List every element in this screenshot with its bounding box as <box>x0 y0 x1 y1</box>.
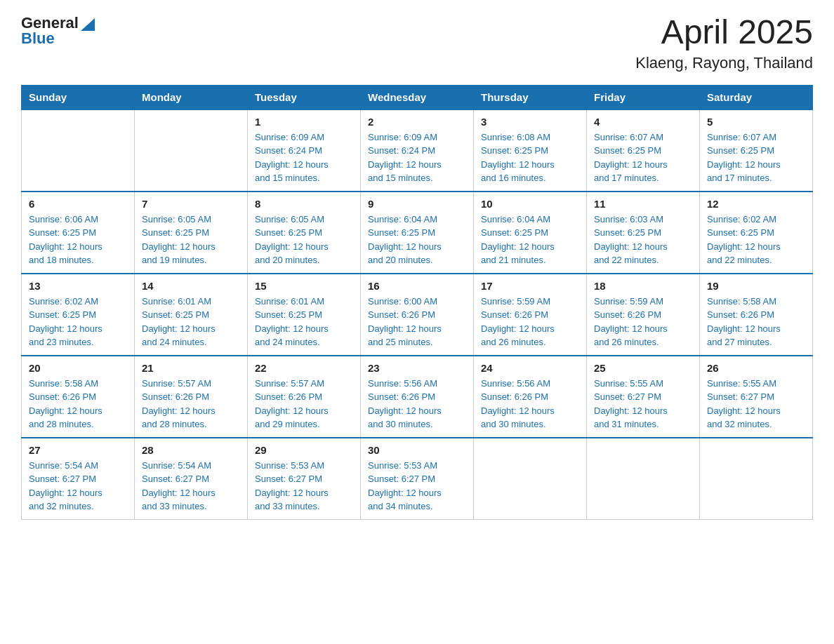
calendar-cell: 22Sunrise: 5:57 AMSunset: 6:26 PMDayligh… <box>248 356 361 438</box>
day-number: 14 <box>142 280 240 292</box>
calendar-cell: 8Sunrise: 6:05 AMSunset: 6:25 PMDaylight… <box>248 192 361 274</box>
day-number: 9 <box>368 198 466 210</box>
svg-marker-0 <box>81 18 95 31</box>
day-number: 17 <box>481 280 579 292</box>
day-info: Sunrise: 6:05 AMSunset: 6:25 PMDaylight:… <box>142 213 240 267</box>
day-info: Sunrise: 5:59 AMSunset: 6:26 PMDaylight:… <box>594 295 692 349</box>
day-info: Sunrise: 5:58 AMSunset: 6:26 PMDaylight:… <box>707 295 805 349</box>
day-info: Sunrise: 5:56 AMSunset: 6:26 PMDaylight:… <box>481 377 579 431</box>
day-info: Sunrise: 6:07 AMSunset: 6:25 PMDaylight:… <box>707 130 805 185</box>
day-info: Sunrise: 5:54 AMSunset: 6:27 PMDaylight:… <box>29 459 127 514</box>
calendar-week-row: 20Sunrise: 5:58 AMSunset: 6:26 PMDayligh… <box>22 356 813 438</box>
calendar-cell <box>587 438 700 520</box>
calendar-cell <box>135 109 248 192</box>
page-subtitle: Klaeng, Rayong, Thailand <box>635 54 813 72</box>
day-number: 29 <box>255 444 353 456</box>
calendar-cell: 14Sunrise: 6:01 AMSunset: 6:25 PMDayligh… <box>135 274 248 356</box>
calendar-cell: 17Sunrise: 5:59 AMSunset: 6:26 PMDayligh… <box>474 274 587 356</box>
calendar-cell: 21Sunrise: 5:57 AMSunset: 6:26 PMDayligh… <box>135 356 248 438</box>
col-monday: Monday <box>135 85 248 109</box>
day-number: 30 <box>368 444 466 456</box>
day-info: Sunrise: 6:06 AMSunset: 6:25 PMDaylight:… <box>29 213 127 267</box>
day-info: Sunrise: 6:04 AMSunset: 6:25 PMDaylight:… <box>481 213 579 267</box>
col-tuesday: Tuesday <box>248 85 361 109</box>
logo-blue-text: Blue <box>21 29 55 48</box>
day-info: Sunrise: 5:54 AMSunset: 6:27 PMDaylight:… <box>142 459 240 514</box>
col-saturday: Saturday <box>700 85 813 109</box>
day-info: Sunrise: 6:05 AMSunset: 6:25 PMDaylight:… <box>255 213 353 267</box>
col-friday: Friday <box>587 85 700 109</box>
calendar-cell: 26Sunrise: 5:55 AMSunset: 6:27 PMDayligh… <box>700 356 813 438</box>
day-info: Sunrise: 5:59 AMSunset: 6:26 PMDaylight:… <box>481 295 579 349</box>
day-info: Sunrise: 5:58 AMSunset: 6:26 PMDaylight:… <box>29 377 127 431</box>
calendar-week-row: 27Sunrise: 5:54 AMSunset: 6:27 PMDayligh… <box>22 438 813 520</box>
calendar-cell: 6Sunrise: 6:06 AMSunset: 6:25 PMDaylight… <box>22 192 135 274</box>
day-info: Sunrise: 6:09 AMSunset: 6:24 PMDaylight:… <box>255 130 353 185</box>
calendar-cell: 2Sunrise: 6:09 AMSunset: 6:24 PMDaylight… <box>361 109 474 192</box>
day-number: 10 <box>481 198 579 210</box>
calendar-header-row: Sunday Monday Tuesday Wednesday Thursday… <box>22 85 813 109</box>
day-info: Sunrise: 6:02 AMSunset: 6:25 PMDaylight:… <box>707 213 805 267</box>
day-info: Sunrise: 6:09 AMSunset: 6:24 PMDaylight:… <box>368 130 466 185</box>
calendar-cell: 12Sunrise: 6:02 AMSunset: 6:25 PMDayligh… <box>700 192 813 274</box>
day-info: Sunrise: 5:56 AMSunset: 6:26 PMDaylight:… <box>368 377 466 431</box>
day-number: 2 <box>368 116 466 128</box>
day-info: Sunrise: 5:55 AMSunset: 6:27 PMDaylight:… <box>707 377 805 431</box>
calendar-cell: 13Sunrise: 6:02 AMSunset: 6:25 PMDayligh… <box>22 274 135 356</box>
day-info: Sunrise: 6:02 AMSunset: 6:25 PMDaylight:… <box>29 295 127 349</box>
day-number: 27 <box>29 444 127 456</box>
calendar-cell: 11Sunrise: 6:03 AMSunset: 6:25 PMDayligh… <box>587 192 700 274</box>
day-info: Sunrise: 6:01 AMSunset: 6:25 PMDaylight:… <box>142 295 240 349</box>
calendar-cell: 24Sunrise: 5:56 AMSunset: 6:26 PMDayligh… <box>474 356 587 438</box>
day-number: 21 <box>142 362 240 374</box>
day-number: 1 <box>255 116 353 128</box>
day-number: 3 <box>481 116 579 128</box>
day-number: 13 <box>29 280 127 292</box>
calendar-cell: 27Sunrise: 5:54 AMSunset: 6:27 PMDayligh… <box>22 438 135 520</box>
title-block: April 2025 Klaeng, Rayong, Thailand <box>635 14 813 72</box>
day-info: Sunrise: 5:55 AMSunset: 6:27 PMDaylight:… <box>594 377 692 431</box>
calendar-cell: 18Sunrise: 5:59 AMSunset: 6:26 PMDayligh… <box>587 274 700 356</box>
day-number: 19 <box>707 280 805 292</box>
day-info: Sunrise: 5:57 AMSunset: 6:26 PMDaylight:… <box>255 377 353 431</box>
calendar-cell: 15Sunrise: 6:01 AMSunset: 6:25 PMDayligh… <box>248 274 361 356</box>
day-info: Sunrise: 6:07 AMSunset: 6:25 PMDaylight:… <box>594 130 692 185</box>
day-number: 12 <box>707 198 805 210</box>
calendar-cell: 7Sunrise: 6:05 AMSunset: 6:25 PMDaylight… <box>135 192 248 274</box>
page-title: April 2025 <box>635 14 813 51</box>
calendar-cell: 30Sunrise: 5:53 AMSunset: 6:27 PMDayligh… <box>361 438 474 520</box>
calendar-table: Sunday Monday Tuesday Wednesday Thursday… <box>21 85 813 520</box>
col-sunday: Sunday <box>22 85 135 109</box>
day-number: 7 <box>142 198 240 210</box>
calendar-week-row: 1Sunrise: 6:09 AMSunset: 6:24 PMDaylight… <box>22 109 813 192</box>
logo-triangle-icon <box>81 15 95 31</box>
calendar-cell <box>474 438 587 520</box>
calendar-cell: 5Sunrise: 6:07 AMSunset: 6:25 PMDaylight… <box>700 109 813 192</box>
day-number: 6 <box>29 198 127 210</box>
day-info: Sunrise: 6:08 AMSunset: 6:25 PMDaylight:… <box>481 130 579 185</box>
day-number: 22 <box>255 362 353 374</box>
day-number: 25 <box>594 362 692 374</box>
calendar-cell: 19Sunrise: 5:58 AMSunset: 6:26 PMDayligh… <box>700 274 813 356</box>
calendar-cell: 4Sunrise: 6:07 AMSunset: 6:25 PMDaylight… <box>587 109 700 192</box>
calendar-cell: 29Sunrise: 5:53 AMSunset: 6:27 PMDayligh… <box>248 438 361 520</box>
day-info: Sunrise: 6:01 AMSunset: 6:25 PMDaylight:… <box>255 295 353 349</box>
calendar-cell: 1Sunrise: 6:09 AMSunset: 6:24 PMDaylight… <box>248 109 361 192</box>
day-info: Sunrise: 5:53 AMSunset: 6:27 PMDaylight:… <box>368 459 466 514</box>
logo: General Blue <box>21 14 95 48</box>
day-number: 16 <box>368 280 466 292</box>
calendar-cell: 23Sunrise: 5:56 AMSunset: 6:26 PMDayligh… <box>361 356 474 438</box>
day-number: 28 <box>142 444 240 456</box>
day-number: 23 <box>368 362 466 374</box>
calendar-cell <box>700 438 813 520</box>
day-number: 15 <box>255 280 353 292</box>
day-info: Sunrise: 6:00 AMSunset: 6:26 PMDaylight:… <box>368 295 466 349</box>
day-info: Sunrise: 6:03 AMSunset: 6:25 PMDaylight:… <box>594 213 692 267</box>
day-info: Sunrise: 6:04 AMSunset: 6:25 PMDaylight:… <box>368 213 466 267</box>
day-info: Sunrise: 5:57 AMSunset: 6:26 PMDaylight:… <box>142 377 240 431</box>
day-info: Sunrise: 5:53 AMSunset: 6:27 PMDaylight:… <box>255 459 353 514</box>
calendar-cell <box>22 109 135 192</box>
day-number: 26 <box>707 362 805 374</box>
calendar-cell: 9Sunrise: 6:04 AMSunset: 6:25 PMDaylight… <box>361 192 474 274</box>
calendar-cell: 3Sunrise: 6:08 AMSunset: 6:25 PMDaylight… <box>474 109 587 192</box>
